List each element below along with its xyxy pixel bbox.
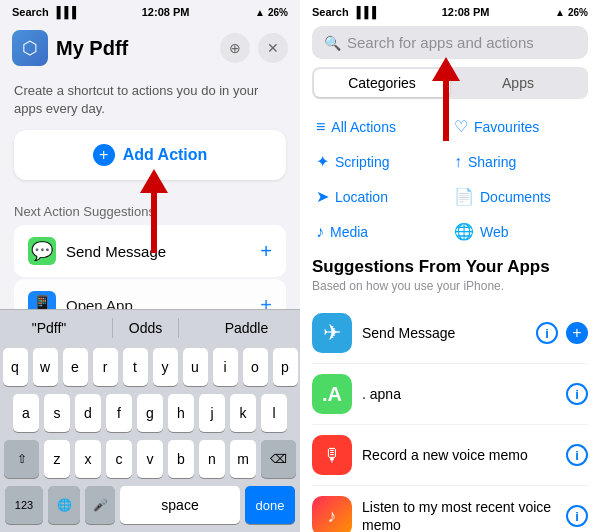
category-location[interactable]: ➤ Location [312, 179, 450, 214]
key-p[interactable]: p [273, 348, 298, 386]
web-icon: 🌐 [454, 222, 474, 241]
key-shift[interactable]: ⇧ [4, 440, 39, 478]
category-documents[interactable]: 📄 Documents [450, 179, 588, 214]
left-panel: Search ▐▐▐ 12:08 PM ▲ 26% ⬡ My Pdff ⊕ ✕ … [0, 0, 300, 532]
suggestions-title: Suggestions From Your Apps [312, 257, 588, 277]
key-e[interactable]: e [63, 348, 88, 386]
signal-icon: ▐▐▐ [53, 6, 76, 18]
key-m[interactable]: m [230, 440, 256, 478]
messages-icon: 💬 [28, 237, 56, 265]
key-c[interactable]: c [106, 440, 132, 478]
sharing-label: Sharing [468, 154, 516, 170]
key-b[interactable]: b [168, 440, 194, 478]
arrow-right [432, 58, 460, 141]
key-h[interactable]: h [168, 394, 194, 432]
search-bar[interactable]: 🔍 Search for apps and actions [312, 26, 588, 59]
battery-text-left: 26% [268, 7, 288, 18]
add-button-send-message[interactable]: + [566, 322, 588, 344]
search-icon: 🔍 [324, 35, 341, 51]
key-z[interactable]: z [44, 440, 70, 478]
key-g[interactable]: g [137, 394, 163, 432]
info-button-listen-memo[interactable]: i [566, 505, 588, 527]
key-i[interactable]: i [213, 348, 238, 386]
predictive-bar: "Pdff" Odds Paddle [0, 309, 300, 344]
key-numbers[interactable]: 123 [5, 486, 43, 524]
key-k[interactable]: k [230, 394, 256, 432]
category-sharing[interactable]: ↑ Sharing [450, 144, 588, 179]
sug-actions-apna: i [566, 383, 588, 405]
wifi-icon: ▲ [255, 7, 265, 18]
key-n[interactable]: n [199, 440, 225, 478]
category-web[interactable]: 🌐 Web [450, 214, 588, 249]
wifi-icon-right: ▲ [555, 7, 565, 18]
info-button-apna[interactable]: i [566, 383, 588, 405]
keyboard-row-1: q w e r t y u i o p [0, 344, 300, 390]
key-emoji[interactable]: 🌐 [48, 486, 80, 524]
key-t[interactable]: t [123, 348, 148, 386]
key-v[interactable]: v [137, 440, 163, 478]
suggestion-row-apna: .A . apna i [312, 364, 588, 425]
documents-label: Documents [480, 189, 551, 205]
key-r[interactable]: r [93, 348, 118, 386]
right-panel: Search ▐▐▐ 12:08 PM ▲ 26% 🔍 Search for a… [300, 0, 600, 532]
info-button-send-message[interactable]: i [536, 322, 558, 344]
category-scripting[interactable]: ✦ Scripting [312, 144, 450, 179]
category-favourites[interactable]: ♡ Favourites [450, 109, 588, 144]
favourites-label: Favourites [474, 119, 539, 135]
close-button[interactable]: ✕ [258, 33, 288, 63]
status-bar-right: Search ▐▐▐ 12:08 PM ▲ 26% [300, 0, 600, 22]
key-x[interactable]: x [75, 440, 101, 478]
key-d[interactable]: d [75, 394, 101, 432]
key-o[interactable]: o [243, 348, 268, 386]
apna-contact-icon: .A [312, 374, 352, 414]
key-mic[interactable]: 🎤 [85, 486, 115, 524]
signal-icon-right: ▐▐▐ [353, 6, 376, 18]
keyboard: "Pdff" Odds Paddle q w e r t y u i o p a… [0, 309, 300, 532]
header-buttons: ⊕ ✕ [220, 33, 288, 63]
tab-apps[interactable]: Apps [450, 69, 586, 97]
arrow-left [140, 170, 168, 253]
key-a[interactable]: a [13, 394, 39, 432]
suggestions-subtitle: Based on how you use your iPhone. [312, 279, 588, 293]
listen-memo-icon: ♪ [312, 496, 352, 532]
app-title: My Pdff [56, 37, 128, 60]
suggestion-row-voice-memo: 🎙 Record a new voice memo i [312, 425, 588, 486]
category-all-actions[interactable]: ≡ All Actions [312, 109, 450, 144]
predictive-word-3[interactable]: Paddle [215, 318, 279, 338]
sug-actions-voice-memo: i [566, 444, 588, 466]
key-u[interactable]: u [183, 348, 208, 386]
predictive-word-1[interactable]: "Pdff" [22, 318, 77, 338]
key-w[interactable]: w [33, 348, 58, 386]
settings-button[interactable]: ⊕ [220, 33, 250, 63]
key-f[interactable]: f [106, 394, 132, 432]
battery-right: ▲ 26% [555, 7, 588, 18]
predictive-word-2[interactable]: Odds [112, 318, 179, 338]
keyboard-row-3: ⇧ z x c v b n m ⌫ [0, 436, 300, 482]
category-media[interactable]: ♪ Media [312, 214, 450, 249]
key-j[interactable]: j [199, 394, 225, 432]
suggestion-row-listen-memo: ♪ Listen to my most recent voice memo i [312, 486, 588, 532]
location-label: Location [335, 189, 388, 205]
add-send-message-button[interactable]: + [260, 240, 272, 263]
key-s[interactable]: s [44, 394, 70, 432]
key-delete[interactable]: ⌫ [261, 440, 296, 478]
key-space[interactable]: space [120, 486, 240, 524]
scripting-icon: ✦ [316, 152, 329, 171]
carrier-text-right: Search [312, 6, 349, 18]
key-done[interactable]: done [245, 486, 295, 524]
sug-name-apna: . apna [362, 385, 556, 403]
all-actions-icon: ≡ [316, 118, 325, 136]
key-l[interactable]: l [261, 394, 287, 432]
info-button-voice-memo[interactable]: i [566, 444, 588, 466]
battery-text-right: 26% [568, 7, 588, 18]
add-action-plus-icon: + [93, 144, 115, 166]
key-q[interactable]: q [3, 348, 28, 386]
tab-categories[interactable]: Categories [314, 69, 450, 97]
status-bar-left: Search ▐▐▐ 12:08 PM ▲ 26% [0, 0, 300, 22]
battery-left: ▲ 26% [255, 7, 288, 18]
sug-actions-listen-memo: i [566, 505, 588, 527]
add-action-label: Add Action [123, 146, 208, 164]
time-right: 12:08 PM [442, 6, 490, 18]
all-actions-label: All Actions [331, 119, 396, 135]
key-y[interactable]: y [153, 348, 178, 386]
